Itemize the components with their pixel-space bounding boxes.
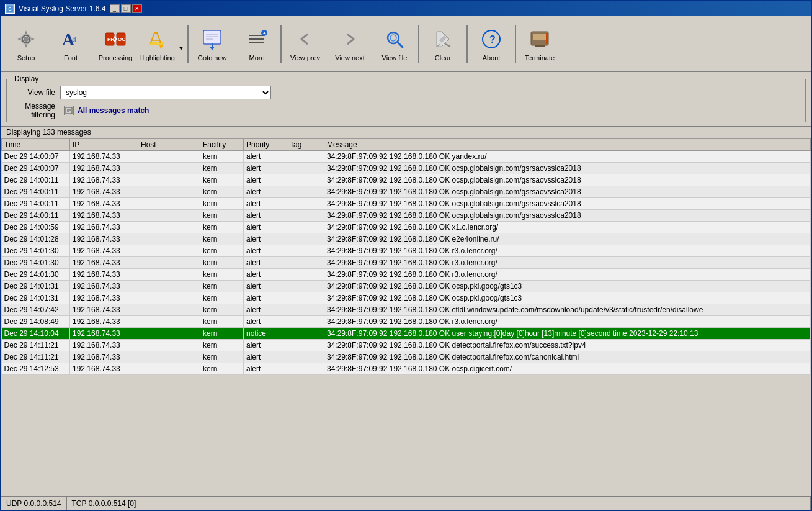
more-button[interactable]: + More [234,19,279,69]
col-header-host: Host [138,139,200,151]
cell-message: 34:29:8F:97:09:92 192.168.0.180 OK yande… [324,151,811,163]
cell-time: Dec 29 14:08:49 [2,316,70,328]
view-prev-button[interactable]: View prev [283,19,328,69]
cell-tag [287,198,324,210]
cell-time: Dec 29 14:00:07 [2,163,70,174]
cell-tag [287,186,324,198]
cell-ip: 192.168.74.33 [70,222,138,233]
col-header-time: Time [2,139,70,151]
table-row[interactable]: Dec 29 14:11:21192.168.74.33kernalert34:… [2,340,811,351]
table-row[interactable]: Dec 29 14:00:11192.168.74.33kernalert34:… [2,198,811,210]
cell-time: Dec 29 14:00:11 [2,174,70,186]
cell-time: Dec 29 14:11:21 [2,340,70,351]
svg-text:+: + [263,30,266,36]
setup-button[interactable]: Setup [4,19,48,69]
minimize-button[interactable]: _ [110,4,120,13]
separator-1 [187,25,189,63]
cell-tag [287,292,324,304]
cell-host [138,281,200,292]
table-row[interactable]: Dec 29 14:11:21192.168.74.33kernalert34:… [2,351,811,363]
cell-facility: kern [200,163,244,174]
table-row[interactable]: Dec 29 14:01:30192.168.74.33kernalert34:… [2,269,811,281]
cell-host [138,363,200,375]
table-row[interactable]: Dec 29 14:01:30192.168.74.33kernalert34:… [2,245,811,257]
clear-button[interactable]: Clear [421,19,465,69]
table-row[interactable]: Dec 29 14:01:28192.168.74.33kernalert34:… [2,233,811,245]
cell-host [138,198,200,210]
cell-ip: 192.168.74.33 [70,151,138,163]
cell-message: 34:29:8F:97:09:92 192.168.0.180 OK ocsp.… [324,292,811,304]
col-header-facility: Facility [200,139,244,151]
cell-message: 34:29:8F:97:09:92 192.168.0.180 OK r3.o.… [324,269,811,281]
table-row[interactable]: Dec 29 14:00:59192.168.74.33kernalert34:… [2,222,811,233]
svg-rect-34 [546,33,548,44]
title-controls: _ □ ✕ [110,4,142,13]
goto-new-label: Goto new [197,54,226,61]
table-row[interactable]: Dec 29 14:12:53192.168.74.33kernalert34:… [2,363,811,375]
cell-host [138,328,200,340]
col-header-message: Message [324,139,811,151]
filter-match-text: All messages match [78,106,149,115]
table-row[interactable]: Dec 29 14:01:30192.168.74.33kernalert34:… [2,257,811,269]
terminate-button[interactable]: Terminate [517,19,562,69]
table-row[interactable]: Dec 29 14:00:11192.168.74.33kernalert34:… [2,174,811,186]
goto-new-icon [200,27,225,52]
clear-icon [431,27,455,52]
status-udp-text: UDP 0.0.0.0:514 [6,499,61,508]
table-row[interactable]: Dec 29 14:00:07192.168.74.33kernalert34:… [2,163,811,174]
view-file-label-text: View file [12,88,55,97]
cell-host [138,210,200,222]
cell-facility: kern [200,257,244,269]
svg-line-24 [398,42,403,47]
cell-ip: 192.168.74.33 [70,174,138,186]
cell-tag [287,269,324,281]
highlighting-dropdown-arrow[interactable]: ▼ [176,19,186,69]
view-next-button[interactable]: View next [328,19,372,69]
cell-tag [287,163,324,174]
table-row[interactable]: Dec 29 14:00:11192.168.74.33kernalert34:… [2,210,811,222]
goto-new-button[interactable]: Goto new [190,19,234,69]
more-icon: + [244,27,269,52]
cell-host [138,222,200,233]
table-row[interactable]: Dec 29 14:10:04192.168.74.33kernnotice34… [2,328,811,340]
message-filtering-icon[interactable] [64,106,74,115]
cell-tag [287,363,324,375]
maximize-button[interactable]: □ [121,4,131,13]
font-button[interactable]: A a Font [48,19,93,69]
cell-tag [287,233,324,245]
cell-facility: kern [200,292,244,304]
cell-host [138,174,200,186]
cell-facility: kern [200,222,244,233]
cell-priority: alert [244,292,287,304]
status-tcp: TCP 0.0.0.0:514 [0] [67,497,142,510]
cell-ip: 192.168.74.33 [70,186,138,198]
status-extra [141,497,811,510]
cell-facility: kern [200,174,244,186]
table-row[interactable]: Dec 29 14:00:07192.168.74.33kernalert34:… [2,151,811,163]
cell-time: Dec 29 14:00:11 [2,210,70,222]
close-button[interactable]: ✕ [132,4,142,13]
clear-label: Clear [435,54,451,61]
svg-rect-33 [535,45,545,47]
cell-priority: alert [244,198,287,210]
cell-tag [287,257,324,269]
table-wrapper[interactable]: Time IP Host Facility Priority Tag Messa… [1,138,811,496]
cell-time: Dec 29 14:01:30 [2,269,70,281]
message-filtering-label: Message filtering [12,102,55,119]
cell-time: Dec 29 14:00:11 [2,186,70,198]
table-row[interactable]: Dec 29 14:01:31192.168.74.33kernalert34:… [2,292,811,304]
table-row[interactable]: Dec 29 14:00:11192.168.74.33kernalert34:… [2,186,811,198]
processing-button[interactable]: PR OC Processing [93,19,138,69]
cell-facility: kern [200,233,244,245]
cell-priority: alert [244,222,287,233]
view-file-select[interactable]: syslog [60,86,271,99]
table-row[interactable]: Dec 29 14:01:31192.168.74.33kernalert34:… [2,281,811,292]
cell-message: 34:29:8F:97:09:92 192.168.0.180 OK detec… [324,351,811,363]
table-row[interactable]: Dec 29 14:08:49192.168.74.33kernalert34:… [2,316,811,328]
table-row[interactable]: Dec 29 14:07:42192.168.74.33kernalert34:… [2,304,811,316]
about-button[interactable]: ? About [469,19,514,69]
highlighting-button[interactable]: Highlighting [138,19,176,69]
setup-icon [14,27,38,52]
cell-time: Dec 29 14:01:31 [2,281,70,292]
view-file-button[interactable]: View file [372,19,417,69]
